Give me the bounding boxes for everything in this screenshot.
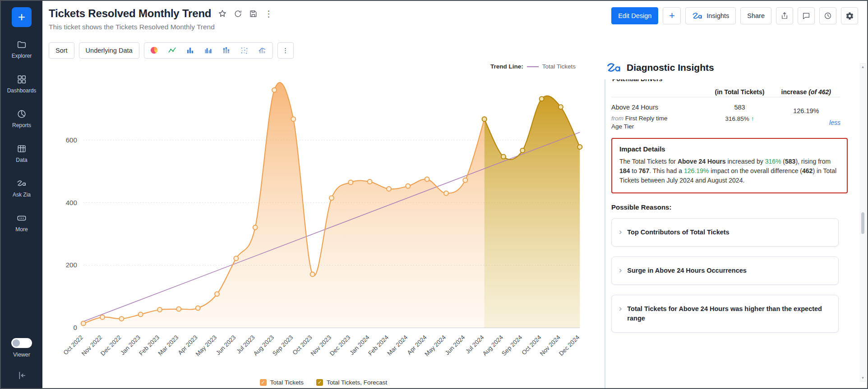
sidebar-item-ask-zia[interactable]: Ask Zia [13, 178, 31, 198]
trend-line-series-label: Total Tickets [542, 63, 576, 70]
svg-text:Dec 2022: Dec 2022 [99, 334, 122, 357]
title-block: Tickets Resolved Monthly Trend ⋮ [49, 7, 273, 31]
svg-text:Sep 2023: Sep 2023 [271, 334, 294, 357]
driver-row: Above 24 Hours from First Reply time Age… [611, 97, 840, 133]
chevron-right-icon: › [619, 227, 622, 236]
legend-swatch-total-tickets: ✓ [260, 379, 267, 386]
viewer-mode-toggle[interactable] [11, 338, 32, 348]
driver-cell: Above 24 Hours from First Reply time Age… [611, 104, 707, 130]
sidebar-item-data[interactable]: Data [16, 144, 27, 163]
driver-source-line1: from First Reply time [611, 115, 707, 122]
sidebar-item-label: Dashboards [7, 87, 37, 94]
up-arrow-icon: ↑ [751, 115, 754, 122]
legend-label: Total Tickets, Forecast [327, 379, 387, 386]
history-button[interactable] [819, 7, 836, 24]
from-label: from [611, 115, 623, 122]
grouped-bar-chart-type-button[interactable] [199, 43, 217, 58]
trend-line-legend: Trend Line: Total Tickets [49, 59, 598, 70]
toolbar-more-menu-button[interactable]: ⋮ [277, 42, 294, 59]
stacked-bar-chart-type-button[interactable] [217, 43, 235, 58]
bar-chart-type-button[interactable] [181, 43, 199, 58]
svg-text:May 2024: May 2024 [424, 334, 448, 357]
export-button[interactable] [776, 7, 793, 24]
history-clock-icon [824, 12, 832, 20]
gear-icon [845, 12, 854, 20]
driver-field-name: First Reply time [623, 115, 668, 122]
create-new-button[interactable]: + [12, 7, 32, 27]
svg-text:Mar 2024: Mar 2024 [386, 334, 409, 357]
possible-reasons-label: Possible Reasons: [611, 203, 856, 211]
collapse-arrow-icon [17, 371, 27, 380]
legend-label: Total Tickets [270, 379, 304, 386]
insights-scrollbar[interactable]: ▲ ▼ [860, 63, 866, 382]
svg-text:May 2023: May 2023 [194, 334, 218, 357]
line-chart-type-button[interactable] [163, 43, 181, 58]
title-more-menu-button[interactable]: ⋮ [264, 9, 273, 18]
sidebar-item-label: Reports [12, 122, 31, 128]
save-button[interactable] [249, 9, 258, 18]
collapse-sidebar-button[interactable] [17, 371, 27, 382]
save-floppy-icon [249, 9, 258, 18]
main-area: Tickets Resolved Monthly Trend ⋮ [42, 1, 867, 388]
page-subtitle: This ticket shows the Tickets Resolved M… [49, 23, 273, 31]
less-link[interactable]: less [829, 119, 840, 126]
legend-swatch-forecast: ✓ [316, 379, 323, 386]
legend-item-total-tickets[interactable]: ✓ Total Tickets [260, 379, 304, 386]
impact-header-prefix: increase [781, 88, 809, 96]
svg-text:600: 600 [66, 136, 77, 144]
grouped-bar-chart-icon [204, 46, 212, 55]
combo-chart-type-button[interactable] [254, 43, 272, 58]
svg-text:Sep 2024: Sep 2024 [500, 334, 524, 357]
sidebar-item-reports[interactable]: Reports [12, 109, 31, 128]
report-toolbar: Sort Underlying Data [49, 39, 598, 59]
add-button[interactable]: + [663, 7, 681, 24]
reason-card-higher-than-expected[interactable]: › Total Tickets for Above 24 Hours was h… [611, 295, 839, 333]
svg-text:Feb 2023: Feb 2023 [138, 334, 161, 357]
change-value: 583 [707, 104, 771, 111]
svg-text:200: 200 [66, 261, 77, 269]
top-bar: Tickets Resolved Monthly Trend ⋮ [42, 1, 867, 39]
scrollbar-thumb[interactable] [861, 212, 864, 234]
legend-item-forecast[interactable]: ✓ Total Tickets, Forecast [316, 379, 387, 386]
svg-text:Aug 2023: Aug 2023 [252, 334, 275, 357]
pct-change-line: 316.85% ↑ [707, 115, 771, 122]
data-table-icon [17, 144, 27, 154]
settings-button[interactable] [841, 7, 858, 24]
pie-chart-type-button[interactable] [145, 43, 163, 58]
edit-design-button[interactable]: Edit Design [611, 7, 658, 24]
reason-card-surge[interactable]: › Surge in Above 24 Hours Occurrences [611, 256, 839, 285]
share-button[interactable]: Share [740, 7, 771, 24]
sidebar-item-explorer[interactable]: Explorer [12, 40, 32, 59]
zia-logo-icon [692, 12, 703, 20]
sort-button[interactable]: Sort [49, 42, 74, 59]
insights-button-label: Insights [706, 12, 729, 19]
more-ellipsis-icon [17, 213, 27, 223]
insights-panel-title: Diagnostic Insights [627, 62, 714, 73]
col-header-potential-drivers: Potential Drivers [612, 79, 662, 82]
col-header-change: (in Total Tickets) [707, 88, 771, 96]
combo-chart-icon [258, 46, 267, 55]
sidebar: + Explorer Dashboards Reports Data [1, 1, 42, 388]
reason-card-top-contributors[interactable]: › Top Contributors of Total Tickets [611, 218, 839, 247]
zia-icon [17, 178, 27, 188]
favorite-star-button[interactable] [218, 9, 227, 18]
scatter-chart-type-button[interactable] [235, 43, 254, 58]
svg-text:Feb 2024: Feb 2024 [367, 334, 390, 357]
scrollbar-up-arrow[interactable]: ▲ [860, 65, 865, 69]
refresh-button[interactable] [234, 9, 242, 18]
sidebar-item-label: Ask Zia [13, 192, 31, 198]
trend-line-swatch [527, 66, 539, 67]
underlying-data-button[interactable]: Underlying Data [79, 42, 139, 59]
col-header-impact: increase (of 462) [772, 88, 840, 96]
comments-button[interactable] [798, 7, 815, 24]
reason-card-label: Surge in Above 24 Hours Occurrences [627, 266, 747, 275]
insights-button[interactable]: Insights [685, 7, 736, 24]
sidebar-footer: Viewer [11, 338, 32, 384]
scrollbar-down-arrow[interactable]: ▼ [860, 376, 865, 380]
insights-header: Diagnostic Insights [605, 62, 856, 73]
sidebar-item-dashboards[interactable]: Dashboards [7, 74, 37, 94]
driver-name: Above 24 Hours [611, 104, 707, 111]
sidebar-item-more[interactable]: More [15, 213, 28, 233]
chart-section: Sort Underlying Data [42, 39, 598, 388]
pct-change-value: 316.85% [725, 115, 751, 122]
